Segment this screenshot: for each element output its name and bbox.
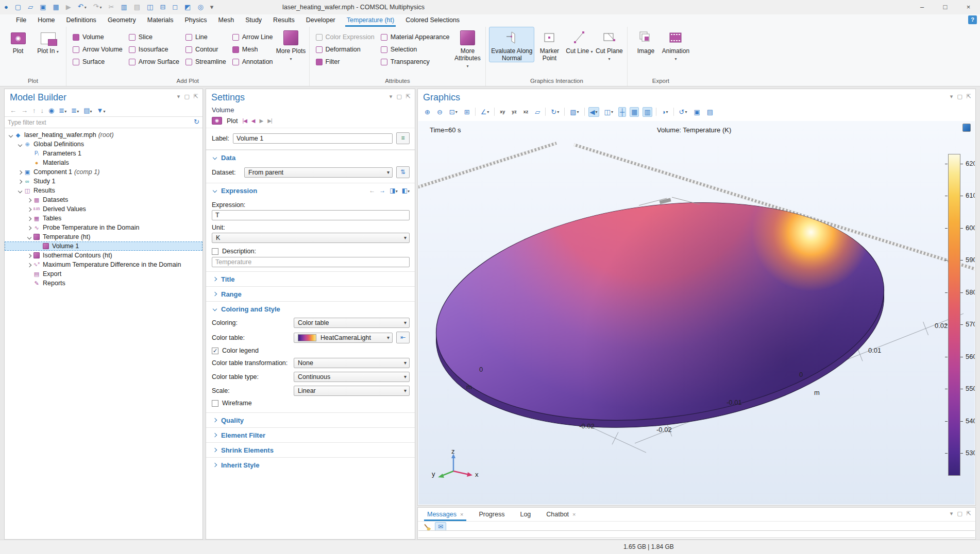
select-box-icon[interactable]: ◻ [172,0,178,14]
expand-icon[interactable] [17,178,23,185]
print-icon[interactable]: ▤ [705,107,715,117]
tree-item-materials[interactable]: ●Materials [5,158,202,167]
tree-filter-input[interactable] [5,117,202,128]
tree-item-laser-heating-wafer-mph[interactable]: ◆laser_heating_wafer.mph(root) [5,130,202,140]
tab-messages[interactable]: Messages× [423,508,467,521]
find-icon[interactable]: ◎ [197,0,203,14]
line-button[interactable]: Line [182,31,229,43]
filter-button[interactable]: Filter [313,56,378,67]
streamline-button[interactable]: Streamline [182,56,229,67]
paste-icon[interactable]: ▤ [134,0,140,14]
filter-icon[interactable]: ▼▾ [97,107,106,114]
mesh-button[interactable]: Mesh [229,44,276,55]
open-file-icon[interactable]: ▱ [28,0,33,14]
expand-icon[interactable] [26,224,32,231]
section-title[interactable]: Title [206,271,415,286]
tab-physics[interactable]: Physics [179,14,212,27]
section-range[interactable]: Range [206,286,415,301]
float-panel-icon[interactable]: ▢ [957,93,962,100]
more-commands-icon[interactable]: ▾ [210,0,214,14]
tree-item-probe-temperature-in-the-domain[interactable]: ∿Probe Temperature in the Domain [5,223,202,232]
image-button[interactable]: Image [631,27,661,55]
tree-item-export[interactable]: ▤Export [5,269,202,279]
color-table-select[interactable]: HeatCameraLight [294,333,393,343]
unit-select[interactable]: K [212,233,410,243]
zoom-extents-icon[interactable]: ⊞ [463,107,471,117]
collapse-icon[interactable] [17,187,23,194]
move-up-icon[interactable]: ↑ [32,107,36,114]
tab-chatbot[interactable]: Chatbot× [542,508,580,521]
cut-line-button[interactable]: Cut Line ▾ [564,27,594,56]
replace-expression-icon[interactable]: ◧▾ [402,187,410,194]
float-panel-icon[interactable]: ▢ [184,93,189,100]
expand-icon[interactable] [26,196,32,203]
tree-item-temperature-ht[interactable]: Temperature (ht) [5,232,202,241]
tree-item-isothermal-contours-ht[interactable]: Isothermal Contours (ht) [5,251,202,260]
show-icon[interactable]: ◉ [48,107,54,114]
label-field[interactable]: Volume 1 [233,133,393,144]
color-table-transformation-select[interactable]: None [294,358,410,368]
marker-point-button[interactable]: Marker Point [534,27,564,62]
collapse-icon[interactable] [17,141,23,148]
evaluate-along-normal-button[interactable]: Evaluate Along Normal [489,27,534,62]
section-quality[interactable]: Quality [206,412,415,427]
volume-button[interactable]: Volume [70,31,126,43]
tree-item-study-1[interactable]: ∞Study 1 [5,177,202,186]
back-icon[interactable]: ← [10,107,16,114]
more-plots-button[interactable]: More Plots ▾ [276,27,306,63]
new-file-icon[interactable]: ▢ [15,0,21,14]
last-plot-icon[interactable]: ▶| [267,118,272,124]
go-to-source-icon[interactable]: ⇅ [396,166,410,178]
more-attributes-button[interactable]: More Attributes ▾ [452,27,482,70]
refresh-icon[interactable]: ↻ [194,118,199,126]
tree-item-derived-values[interactable]: 8.85Derived Values [5,204,202,214]
snapshot-icon[interactable]: ▣ [692,107,702,117]
close-tab-icon[interactable]: × [572,508,576,521]
zoom-out-icon[interactable]: ⊖ [435,107,444,117]
expression-input[interactable]: T [212,210,410,220]
section-shrink-elements[interactable]: Shrink Elements [206,442,415,457]
tree-item-volume-1[interactable]: Volume 1 [5,241,202,251]
transparency-button[interactable]: Transparency [378,56,453,67]
animation-button[interactable]: Animation ▾ [661,27,690,63]
pin-panel-icon[interactable]: ⇱ [406,93,411,100]
section-expression[interactable]: Expression ← → ◨▾ ◧▾ [206,183,415,198]
show-in-model-tree-icon[interactable]: ≡ [396,132,410,144]
selection-button[interactable]: Selection [378,44,453,55]
appearance-icon[interactable]: ◑▾ [660,107,670,117]
save-as-icon[interactable]: ▦ [53,0,59,14]
next-plot-icon[interactable]: ▶ [260,118,263,124]
arrow-line-button[interactable]: Arrow Line [229,31,276,43]
expand-icon[interactable] [26,215,32,222]
tree-item-component-1[interactable]: ▣Component 1(comp 1) [5,167,202,177]
slice-button[interactable]: Slice [126,31,182,43]
model-tree-node-icon[interactable]: ▤▾ [83,107,92,114]
delete-icon[interactable]: ⊟ [160,0,165,14]
expand-icon[interactable] [26,261,32,268]
plot-button[interactable]: Plot [227,117,238,125]
tree-item-reports[interactable]: ✎Reports [5,279,202,288]
collapse-icon[interactable]: ≣▾ [59,107,66,114]
view-yz-icon[interactable]: yz [510,108,518,115]
help-icon[interactable]: ? [968,15,977,24]
move-down-icon[interactable]: ↓ [41,107,44,114]
wireframe-checkbox[interactable] [212,400,218,407]
description-checkbox[interactable] [212,248,218,255]
rotate-icon[interactable]: ↻▾ [549,107,561,117]
tab-progress[interactable]: Progress [475,508,509,521]
redo-icon[interactable]: ↷▾ [93,0,102,15]
material-appearance-button[interactable]: Material Appearance [378,31,453,43]
run-icon[interactable]: ▶ [66,0,71,14]
plot-button[interactable]: ◉Plot [3,27,33,55]
undo-icon[interactable]: ↶▾ [78,0,87,15]
section-data[interactable]: Data [206,150,415,165]
collapse-icon[interactable] [26,233,32,240]
section-coloring-style[interactable]: Coloring and Style [206,301,415,316]
tab-definitions[interactable]: Definitions [61,14,102,27]
color-legend-checkbox[interactable]: ✓ [212,348,218,354]
tab-study[interactable]: Study [240,14,267,27]
tab-geometry[interactable]: Geometry [102,14,142,27]
update-icon[interactable]: ↺▾ [678,107,689,117]
maximize-button[interactable]: □ [934,0,957,14]
tab-temperature-ht[interactable]: Temperature (ht) [341,14,400,27]
